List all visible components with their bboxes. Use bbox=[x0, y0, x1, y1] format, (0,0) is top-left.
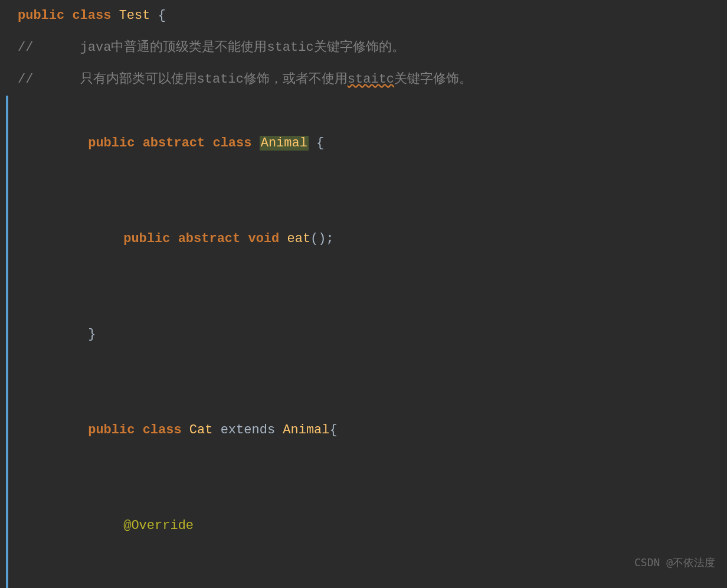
keyword-class: class bbox=[72, 0, 119, 32]
class-animal: Animal bbox=[260, 136, 309, 151]
comment-2: // 只有内部类可以使用static修饰，或者不使用 bbox=[18, 64, 348, 96]
line-bar-5 bbox=[6, 191, 8, 287]
line-bar-6 bbox=[6, 287, 8, 383]
annotation-override: @Override bbox=[123, 518, 194, 533]
keyword-public-5: public bbox=[123, 231, 178, 246]
line-bar-4 bbox=[6, 96, 8, 191]
code-line-3: // 只有内部类可以使用static修饰，或者不使用staitc关键字修饰。 bbox=[6, 64, 727, 96]
brace-7: { bbox=[330, 423, 338, 437]
comment-1: // java中普通的顶级类是不能使用static关键字修饰的。 bbox=[18, 32, 405, 64]
line-bar-9 bbox=[6, 574, 8, 588]
keyword-public-4: public bbox=[88, 136, 142, 151]
code-line-2: // java中普通的顶级类是不能使用static关键字修饰的。 bbox=[6, 32, 727, 64]
watermark: CSDN @不依法度 bbox=[634, 547, 715, 579]
keyword-public-7: public bbox=[88, 423, 142, 437]
keyword-public: public bbox=[18, 0, 72, 32]
keyword-abstract-5: abstract bbox=[178, 231, 248, 246]
class-animal-7: Animal bbox=[283, 423, 329, 437]
keyword-abstract-4: abstract bbox=[143, 136, 213, 151]
keyword-class-7: class bbox=[143, 423, 189, 437]
code-line-7: public class Cat extends Animal{ bbox=[6, 383, 727, 478]
code-container: public class Test { // java中普通的顶级类是不能使用s… bbox=[0, 0, 727, 588]
comment-2b: 关键字修饰。 bbox=[394, 64, 472, 96]
brace-open: { bbox=[150, 0, 165, 32]
brace-4: { bbox=[309, 136, 324, 151]
comment-squiggly: staitc bbox=[348, 64, 394, 96]
method-eat-5: eat bbox=[287, 231, 310, 246]
code-line-4: public abstract class Animal { bbox=[6, 96, 727, 191]
code-line-8: @Override bbox=[6, 478, 727, 574]
keyword-class-4: class bbox=[212, 136, 259, 151]
line-bar-7 bbox=[6, 383, 8, 478]
code-line-1: public class Test { bbox=[6, 0, 727, 32]
class-test: Test bbox=[119, 0, 150, 32]
brace-close-6: } bbox=[88, 327, 96, 342]
code-line-9: public void eat() { bbox=[6, 574, 727, 588]
extends-7: extends bbox=[212, 423, 283, 437]
keyword-void-5: void bbox=[248, 231, 287, 246]
line-bar-8 bbox=[6, 478, 8, 574]
semi-5: (); bbox=[310, 231, 334, 246]
class-cat: Cat bbox=[189, 423, 213, 437]
code-line-5: public abstract void eat(); bbox=[6, 191, 727, 287]
code-line-6: } bbox=[6, 287, 727, 383]
